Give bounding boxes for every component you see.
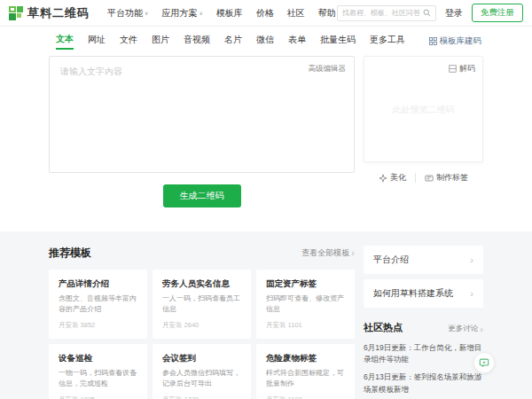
search-icon[interactable] — [423, 9, 431, 17]
tab-file[interactable]: 文件 — [120, 34, 137, 49]
qr-actions: 美化 制作标签 — [364, 172, 483, 184]
template-build-link[interactable]: 模板库建码 — [429, 35, 484, 47]
search-input[interactable] — [342, 9, 423, 17]
recommended-templates-section: 推荐模板 查看全部模板 › 产品详情介绍 含图文、音视频等丰富内容的产品介绍 月… — [49, 246, 355, 399]
qr-preview-placeholder: 此处预览二维码 — [364, 104, 482, 116]
nav-item-platform-features[interactable]: 平台功能 ∨ — [107, 7, 148, 20]
community-hot-section: 社区热点 更多讨论 › 6月19日更新：工作台简化，新增目录组件等功能 6月13… — [364, 321, 483, 399]
label-tag-icon — [425, 174, 434, 183]
template-card[interactable]: 会议签到 参会人员微信扫码填写，记录后台可导出 月安装 1720 — [153, 344, 251, 399]
tab-more-tools[interactable]: 更多工具 — [370, 34, 405, 49]
section-title-recommended-templates: 推荐模板 — [49, 246, 91, 261]
template-card[interactable]: 劳务人员实名信息 一人一码，扫码查看员工信息 月安装 2640 — [153, 270, 251, 339]
template-card[interactable]: 固定资产标签 扫码即可查看、修改资产信息 月安装 1101 — [256, 270, 355, 339]
tab-batch[interactable]: 批量生码 — [320, 34, 356, 49]
tab-business-card[interactable]: 名片 — [224, 34, 242, 49]
chat-bubble-icon — [479, 357, 489, 368]
beautify-wand-icon — [379, 174, 387, 183]
header-right: 登录 免费注册 — [337, 4, 523, 22]
login-link[interactable]: 登录 — [445, 7, 463, 20]
chevron-right-icon: › — [480, 325, 483, 334]
logo[interactable]: 草料二维码 — [9, 5, 90, 21]
caret-down-icon: ∨ — [145, 11, 148, 16]
generator-section: 文本 网址 文件 图片 音视频 名片 微信 表单 批量生码 更多工具 模板库建码 — [0, 27, 532, 231]
qr-preview-panel: 解码 此处预览二维码 — [364, 56, 483, 162]
header: 草料二维码 平台功能 ∨ 应用方案 ∨ 模板库 价格 社区 帮助 — [0, 0, 532, 27]
logo-text: 草料二维码 — [27, 5, 90, 21]
register-button[interactable]: 免费注册 — [472, 4, 523, 22]
input-column: 高级编辑器 生成二维码 — [49, 56, 355, 207]
community-item[interactable]: 6月13日更新：签到报名场景和旅游场景模板新增 — [364, 372, 483, 395]
nav-item-pricing[interactable]: 价格 — [256, 7, 274, 20]
make-label-button[interactable]: 制作标签 — [416, 172, 477, 184]
community-hot-list: 6月19日更新：工作台简化，新增目录组件等功能 6月13日更新：签到报名场景和旅… — [364, 342, 483, 399]
nav-item-template-library[interactable]: 模板库 — [216, 7, 243, 20]
generate-qr-button[interactable]: 生成二维码 — [163, 184, 241, 207]
community-item[interactable]: 6月19日更新：工作台简化，新增目录组件等功能 — [364, 342, 483, 365]
tab-text[interactable]: 文本 — [56, 33, 74, 50]
main-nav: 平台功能 ∨ 应用方案 ∨ 模板库 价格 社区 帮助 — [107, 7, 336, 20]
code-type-tabs: 文本 网址 文件 图片 音视频 名片 微信 表单 批量生码 更多工具 模板库建码 — [49, 33, 483, 54]
sidebar: 平台介绍 › 如何用草料搭建系统 › 社区热点 更多讨论 › 6月19日更新：工… — [364, 246, 483, 399]
tab-form[interactable]: 表单 — [288, 34, 306, 49]
decode-icon — [449, 65, 457, 73]
view-all-templates-link[interactable]: 查看全部模板 › — [301, 247, 355, 259]
nav-item-solutions[interactable]: 应用方案 ∨ — [161, 7, 202, 20]
template-card[interactable]: 设备巡检 一物一码，扫码查看设备信息，完成巡检 月安装 1885 — [49, 344, 147, 399]
sidebar-link-platform-intro[interactable]: 平台介绍 › — [364, 246, 483, 274]
nav-item-community[interactable]: 社区 — [287, 7, 305, 20]
search-box — [337, 5, 436, 21]
tab-image[interactable]: 图片 — [152, 34, 169, 49]
feedback-chat-button[interactable] — [473, 352, 495, 373]
beautify-button[interactable]: 美化 — [370, 172, 415, 184]
more-discussions-link[interactable]: 更多讨论 › — [448, 324, 483, 334]
qr-logo-icon — [9, 6, 23, 20]
preview-column: 解码 此处预览二维码 美化 — [364, 56, 483, 207]
community-hot-title: 社区热点 — [364, 321, 403, 334]
template-card-grid: 产品详情介绍 含图文、音视频等丰富内容的产品介绍 月安装 3852 劳务人员实名… — [49, 270, 355, 399]
nav-item-help[interactable]: 帮助 — [318, 7, 336, 20]
tab-audio-video[interactable]: 音视频 — [184, 34, 210, 49]
caret-down-icon: ∨ — [199, 11, 202, 16]
decode-link[interactable]: 解码 — [449, 63, 475, 74]
chevron-right-icon: › — [470, 255, 473, 265]
template-card[interactable]: 危险废物标签 样式符合新国标规定，可批量制作 月安装 1193 — [256, 344, 355, 399]
grid-icon — [429, 37, 437, 45]
template-card[interactable]: 产品详情介绍 含图文、音视频等丰富内容的产品介绍 月安装 3852 — [49, 270, 147, 339]
tab-wechat[interactable]: 微信 — [256, 34, 274, 49]
chevron-right-icon: › — [470, 289, 473, 299]
tab-url[interactable]: 网址 — [88, 34, 106, 49]
chevron-right-icon: › — [351, 248, 355, 258]
advanced-editor-link[interactable]: 高级编辑器 — [309, 64, 347, 74]
sidebar-link-build-system[interactable]: 如何用草料搭建系统 › — [364, 279, 483, 308]
